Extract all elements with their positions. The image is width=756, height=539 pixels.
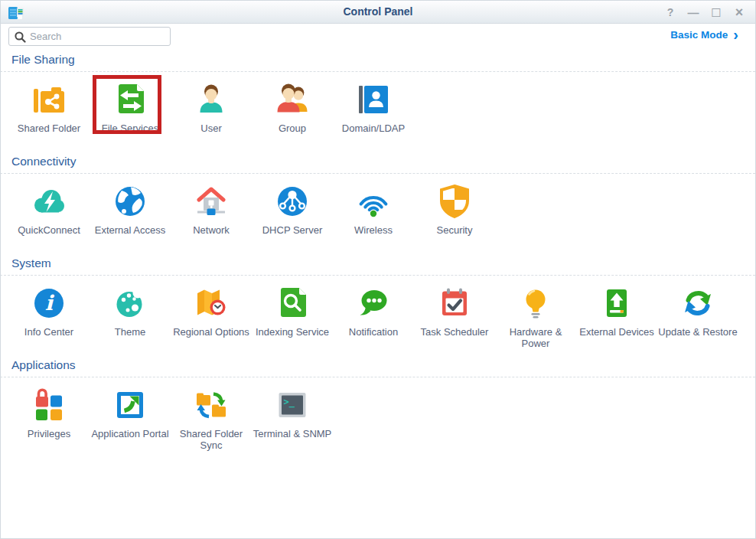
- indexing-service-icon: [273, 284, 311, 322]
- update-restore-icon: [679, 284, 717, 322]
- item-external-devices[interactable]: External Devices: [576, 284, 657, 349]
- section-divider: [0, 71, 755, 72]
- item-indexing-service[interactable]: Indexing Service: [252, 284, 333, 349]
- shared-folder-sync-icon: [192, 386, 230, 424]
- item-label: File Services: [102, 122, 158, 145]
- item-update-restore[interactable]: Update & Restore: [657, 284, 738, 349]
- item-application-portal[interactable]: Application Portal: [90, 386, 171, 451]
- search-box: [8, 27, 171, 46]
- item-label: Network: [193, 224, 230, 247]
- theme-icon: [111, 284, 149, 322]
- section-divider: [0, 173, 755, 174]
- item-label: User: [200, 122, 221, 145]
- item-label: Domain/LDAP: [342, 122, 405, 145]
- terminal-snmp-icon: [273, 386, 311, 424]
- item-label: Hardware & Power: [496, 326, 575, 349]
- item-file-services[interactable]: File Services: [90, 80, 171, 145]
- item-label: Application Portal: [91, 428, 168, 451]
- item-hardware-power[interactable]: Hardware & Power: [495, 284, 576, 349]
- quickconnect-icon: [30, 182, 68, 220]
- item-label: QuickConnect: [18, 224, 80, 247]
- section-title: Connectivity: [11, 155, 755, 168]
- item-label: Update & Restore: [658, 326, 737, 349]
- item-label: Shared Folder Sync: [171, 428, 251, 451]
- hardware-power-icon: [516, 284, 555, 322]
- item-label: Wireless: [354, 224, 393, 247]
- regional-options-icon: [192, 284, 230, 322]
- basic-mode-link[interactable]: Basic Mode ›: [670, 29, 738, 41]
- toolbar: Basic Mode ›: [1, 24, 755, 50]
- basic-mode-label: Basic Mode: [670, 29, 728, 41]
- item-label: Terminal & SNMP: [253, 428, 332, 451]
- file-services-icon: [111, 80, 149, 119]
- shared-folder-icon: [30, 80, 68, 119]
- item-task-scheduler[interactable]: Task Scheduler: [414, 284, 495, 349]
- external-access-icon: [111, 182, 149, 220]
- task-scheduler-icon: [435, 284, 474, 322]
- item-terminal-snmp[interactable]: Terminal & SNMP: [252, 386, 333, 451]
- item-quickconnect[interactable]: QuickConnect: [8, 182, 90, 247]
- control-panel-sections: File SharingShared FolderFile ServicesUs…: [1, 53, 755, 457]
- item-label: Task Scheduler: [421, 326, 489, 349]
- item-user[interactable]: User: [171, 80, 252, 145]
- item-label: External Access: [95, 224, 166, 247]
- close-icon[interactable]: ×: [731, 4, 748, 21]
- section-connectivity: ConnectivityQuickConnectExternal AccessN…: [8, 155, 755, 253]
- item-label: Info Center: [24, 326, 73, 349]
- section-applications: ApplicationsPrivilegesApplication Portal…: [8, 358, 755, 457]
- window-controls: ? — ☐ ×: [662, 4, 748, 21]
- user-icon: [192, 80, 230, 119]
- item-label: Shared Folder: [18, 122, 80, 145]
- privileges-icon: [30, 386, 68, 424]
- item-info-center[interactable]: Info Center: [8, 284, 90, 349]
- notification-icon: [354, 284, 393, 322]
- help-icon[interactable]: ?: [662, 4, 679, 21]
- item-label: DHCP Server: [262, 224, 323, 247]
- network-icon: [192, 182, 230, 220]
- item-wireless[interactable]: Wireless: [333, 182, 414, 247]
- item-group[interactable]: Group: [252, 80, 333, 145]
- dhcp-server-icon: [273, 182, 311, 220]
- search-input[interactable]: [8, 27, 171, 46]
- wireless-icon: [354, 182, 393, 220]
- section-divider: [0, 377, 755, 377]
- item-notification[interactable]: Notification: [333, 284, 414, 349]
- section-title: File Sharing: [11, 53, 755, 67]
- section-title: System: [11, 256, 755, 270]
- item-regional-options[interactable]: Regional Options: [171, 284, 252, 349]
- item-theme[interactable]: Theme: [90, 284, 171, 349]
- item-domain-ldap[interactable]: Domain/LDAP: [333, 80, 414, 145]
- item-label: Indexing Service: [256, 326, 329, 349]
- section-system: SystemInfo CenterThemeRegional OptionsIn…: [8, 256, 755, 355]
- item-label: Privileges: [28, 428, 70, 451]
- section-title: Applications: [11, 358, 755, 372]
- item-label: Theme: [115, 326, 145, 349]
- item-label: Group: [279, 122, 306, 145]
- item-shared-folder[interactable]: Shared Folder: [8, 80, 90, 145]
- window-title: Control Panel: [1, 5, 755, 18]
- section-divider: [0, 275, 755, 276]
- item-dhcp-server[interactable]: DHCP Server: [252, 182, 333, 247]
- titlebar: Control Panel ? — ☐ ×: [1, 1, 755, 24]
- application-portal-icon: [111, 386, 149, 424]
- item-shared-folder-sync[interactable]: Shared Folder Sync: [171, 386, 252, 451]
- search-icon: [14, 31, 26, 43]
- info-center-icon: [30, 284, 68, 322]
- section-file-sharing: File SharingShared FolderFile ServicesUs…: [8, 53, 755, 152]
- item-label: Regional Options: [173, 326, 249, 349]
- group-icon: [273, 80, 311, 119]
- item-label: Notification: [349, 326, 398, 349]
- security-icon: [435, 182, 474, 220]
- item-label: Security: [437, 224, 473, 247]
- minimize-icon[interactable]: —: [685, 4, 702, 21]
- chevron-right-icon: ›: [733, 30, 738, 40]
- domain-ldap-icon: [354, 80, 393, 119]
- item-network[interactable]: Network: [171, 182, 252, 247]
- external-devices-icon: [598, 284, 636, 322]
- item-label: External Devices: [579, 326, 654, 349]
- item-privileges[interactable]: Privileges: [8, 386, 90, 451]
- item-external-access[interactable]: External Access: [90, 182, 171, 247]
- item-security[interactable]: Security: [414, 182, 495, 247]
- maximize-icon[interactable]: ☐: [708, 4, 725, 21]
